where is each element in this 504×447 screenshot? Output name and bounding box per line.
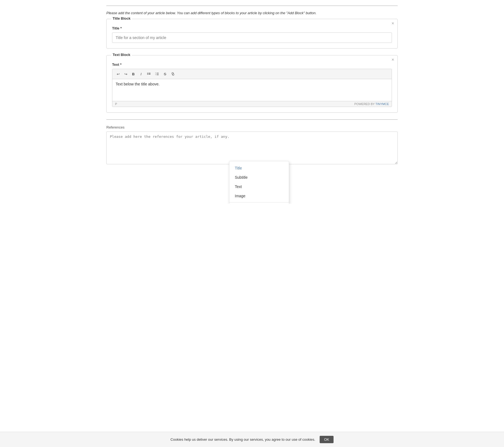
title-block-close[interactable]: × [392, 21, 394, 26]
title-block-label: Title Block [111, 16, 132, 20]
svg-point-2 [147, 74, 148, 75]
title-block: Title Block × Title * [106, 19, 398, 49]
numbered-list-button[interactable]: 1.2. [153, 70, 161, 78]
add-block-dropdown: Title Subtitle Text Image Media: at most… [229, 161, 289, 204]
powered-by: POWERED BY TINYMCE [354, 102, 389, 106]
editor-toolbar: ↩ ↪ B I 1.2. S [112, 69, 392, 79]
section-divider [106, 119, 398, 120]
text-block-close[interactable]: × [392, 58, 394, 62]
editor-tag: P [115, 102, 117, 106]
svg-rect-5 [157, 73, 159, 73]
dropdown-item-image[interactable]: Image [229, 191, 289, 201]
redo-button[interactable]: ↪ [122, 70, 129, 78]
svg-point-0 [147, 73, 148, 74]
link-button[interactable] [169, 70, 177, 78]
undo-button[interactable]: ↩ [115, 70, 122, 78]
italic-button[interactable]: I [137, 70, 145, 78]
bold-button[interactable]: B [130, 70, 137, 78]
instructions-text: Please add the content of your article b… [106, 11, 398, 15]
editor-content[interactable]: Text below the title above. [112, 79, 392, 101]
references-label: References [106, 125, 398, 129]
text-field-label: Text * [112, 62, 392, 67]
svg-text:2.: 2. [155, 74, 156, 75]
references-textarea[interactable] [106, 132, 398, 164]
text-block-label: Text Block [111, 53, 132, 57]
dropdown-item-title[interactable]: Title [229, 163, 289, 173]
title-field-label: Title * [112, 26, 392, 30]
title-input[interactable] [112, 32, 392, 43]
dropdown-item-text[interactable]: Text [229, 182, 289, 191]
rich-text-editor: ↩ ↪ B I 1.2. S Text below the title abov… [112, 69, 392, 107]
svg-line-8 [172, 73, 173, 74]
top-divider [106, 5, 398, 6]
bullet-list-button[interactable] [145, 70, 153, 78]
svg-rect-3 [148, 74, 151, 74]
dropdown-divider [229, 202, 289, 202]
strikethrough-button[interactable]: S [161, 70, 169, 78]
text-block: Text Block × Text * ↩ ↪ B I 1.2. S [106, 55, 398, 113]
tinymce-link[interactable]: TINYMCE [376, 102, 389, 106]
svg-rect-7 [157, 74, 159, 75]
editor-footer: P POWERED BY TINYMCE [112, 101, 392, 107]
dropdown-item-subtitle[interactable]: Subtitle [229, 173, 289, 182]
svg-rect-1 [148, 73, 151, 73]
references-section: References [106, 125, 398, 165]
